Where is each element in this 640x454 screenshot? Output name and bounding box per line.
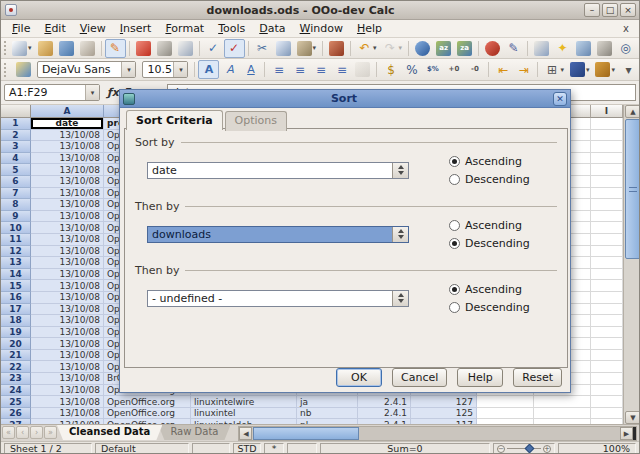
cell[interactable] xyxy=(591,188,623,200)
menu-window[interactable]: Window xyxy=(293,21,350,36)
row-header-2[interactable]: 2 xyxy=(1,130,31,142)
grid-corner[interactable] xyxy=(1,105,31,118)
spellcheck-icon[interactable]: ✓ xyxy=(203,39,224,58)
chevron-down-icon[interactable]: ▾ xyxy=(85,85,99,100)
merge-cells-icon[interactable] xyxy=(352,60,373,79)
cell[interactable]: 13/10/08 xyxy=(31,408,104,420)
row-header-14[interactable]: 14 xyxy=(1,269,31,281)
cell[interactable] xyxy=(477,408,534,420)
close-icon[interactable]: × xyxy=(620,3,636,17)
row-header-23[interactable]: 23 xyxy=(1,373,31,385)
close-document-icon[interactable]: x xyxy=(623,23,635,34)
cell[interactable]: 13/10/08 xyxy=(31,373,104,385)
cell[interactable]: 2.4.1 xyxy=(358,408,411,420)
scroll-up-icon[interactable]: ▲ xyxy=(625,105,640,118)
menu-data[interactable]: Data xyxy=(252,21,292,36)
cell[interactable] xyxy=(591,304,623,316)
find-and-replace-icon[interactable] xyxy=(531,39,552,58)
align-right-icon[interactable]: ≡ xyxy=(310,60,331,79)
status-zoom-percent[interactable]: 100% xyxy=(558,443,636,454)
number-format-standard-icon[interactable]: $% xyxy=(422,60,443,79)
auto-spellcheck-icon[interactable]: ✓ xyxy=(224,39,245,58)
sort-ascending-icon[interactable]: az xyxy=(433,39,454,58)
cell[interactable]: 13/10/08 xyxy=(31,199,104,211)
cell[interactable]: 13/10/08 xyxy=(31,153,104,165)
cell[interactable] xyxy=(591,257,623,269)
align-left-icon[interactable]: ≡ xyxy=(268,60,289,79)
number-format-currency-icon[interactable]: $ xyxy=(380,60,401,79)
row-header-9[interactable]: 9 xyxy=(1,211,31,223)
cell[interactable]: 13/10/08 xyxy=(31,130,104,142)
help-button[interactable]: Help xyxy=(457,368,503,387)
combo-spin-icon[interactable] xyxy=(392,227,408,242)
cell[interactable] xyxy=(591,246,623,258)
cell[interactable]: 13/10/08 xyxy=(31,385,104,397)
bold-icon[interactable]: A xyxy=(198,60,219,79)
cell[interactable]: 13/10/08 xyxy=(31,304,104,316)
status-selection-mode[interactable]: STD xyxy=(233,443,261,454)
cell[interactable]: 2.4.1 xyxy=(358,396,411,408)
sheet-tab-cleansed-data[interactable]: Cleansed Data xyxy=(57,425,162,440)
cell[interactable] xyxy=(591,118,623,130)
print-icon[interactable] xyxy=(154,39,175,58)
italic-icon[interactable]: A xyxy=(219,60,240,79)
row-header-16[interactable]: 16 xyxy=(1,292,31,304)
zoom-slider-thumb[interactable] xyxy=(524,444,534,454)
cell[interactable]: 13/10/08 xyxy=(31,396,104,408)
insert-chart-icon[interactable] xyxy=(482,39,503,58)
dropdown-arrow-icon[interactable]: ▾ xyxy=(611,66,615,74)
decrease-indent-icon[interactable]: ⇤ xyxy=(492,60,513,79)
radio-descending-1[interactable]: Descending xyxy=(449,172,530,187)
row-header-3[interactable]: 3 xyxy=(1,141,31,153)
row-header-18[interactable]: 18 xyxy=(1,315,31,327)
edit-file-icon[interactable]: ✎ xyxy=(105,39,126,58)
format-paintbrush-icon[interactable] xyxy=(326,39,347,58)
cell[interactable]: 13/10/08 xyxy=(31,257,104,269)
copy-icon[interactable] xyxy=(273,39,294,58)
cell[interactable]: 125 xyxy=(411,408,477,420)
sort-key-combo-3[interactable]: - undefined - xyxy=(147,290,409,307)
cell[interactable] xyxy=(591,396,623,408)
cell[interactable]: 13/10/08 xyxy=(31,350,104,362)
cell[interactable] xyxy=(591,164,623,176)
toolbar-grip[interactable] xyxy=(4,41,6,55)
radio-descending-3[interactable]: Descending xyxy=(449,300,530,315)
cell[interactable]: 13/10/08 xyxy=(31,292,104,304)
cell[interactable] xyxy=(591,350,623,362)
cancel-button[interactable]: Cancel xyxy=(392,368,447,387)
scroll-right-icon[interactable]: ▶ xyxy=(620,427,633,440)
hyperlink-icon[interactable] xyxy=(412,39,433,58)
add-decimal-place-icon[interactable]: +0 xyxy=(443,60,464,79)
page-preview-icon[interactable] xyxy=(175,39,196,58)
align-justified-icon[interactable]: ≡ xyxy=(331,60,352,79)
radio-ascending-2[interactable]: Ascending xyxy=(449,218,530,233)
undo-icon[interactable]: ↶▾ xyxy=(354,39,380,58)
combo-spin-icon[interactable] xyxy=(392,291,408,306)
row-header-17[interactable]: 17 xyxy=(1,304,31,316)
cell[interactable] xyxy=(591,130,623,142)
cell[interactable]: 13/10/08 xyxy=(31,188,104,200)
row-header-13[interactable]: 13 xyxy=(1,257,31,269)
row-header-26[interactable]: 26 xyxy=(1,408,31,420)
row-header-19[interactable]: 19 xyxy=(1,327,31,339)
save-icon[interactable] xyxy=(56,39,77,58)
radio-descending-2[interactable]: Descending xyxy=(449,236,530,251)
row-header-21[interactable]: 21 xyxy=(1,350,31,362)
row-header-25[interactable]: 25 xyxy=(1,396,31,408)
dropdown-arrow-icon[interactable]: ▾ xyxy=(313,44,317,52)
row-header-15[interactable]: 15 xyxy=(1,280,31,292)
zoom-slider-track[interactable] xyxy=(507,448,541,449)
row-header-7[interactable]: 7 xyxy=(1,188,31,200)
email-document-icon[interactable] xyxy=(77,39,98,58)
gallery-icon[interactable] xyxy=(573,39,594,58)
underline-icon[interactable]: A xyxy=(240,60,261,79)
cut-icon[interactable]: ✂ xyxy=(252,39,273,58)
pane-splitter[interactable] xyxy=(633,427,636,440)
toolbar-options-icon[interactable]: ▾ xyxy=(618,60,639,79)
font-name-combo[interactable]: DejaVu Sans ▾ xyxy=(37,61,137,78)
cell[interactable]: 13/10/08 xyxy=(31,211,104,223)
cell[interactable] xyxy=(591,234,623,246)
menu-view[interactable]: View xyxy=(73,21,113,36)
spin-down-icon[interactable] xyxy=(398,235,404,239)
dropdown-arrow-icon[interactable]: ▾ xyxy=(373,44,377,52)
